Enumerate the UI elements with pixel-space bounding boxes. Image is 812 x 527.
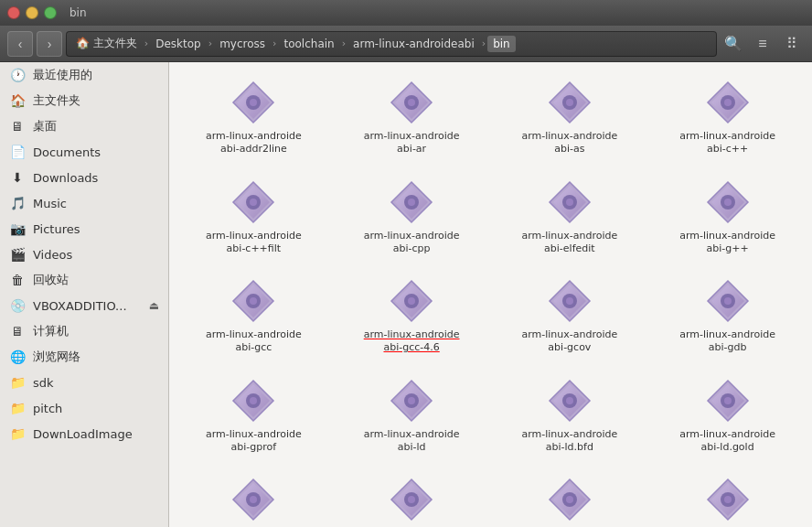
file-icon [546, 377, 593, 425]
file-icon [388, 79, 435, 126]
back-button[interactable]: ‹ [7, 31, 33, 57]
file-icon [230, 476, 277, 523]
sidebar-item-computer[interactable]: 🖥计算机 [0, 318, 168, 344]
svg-point-47 [724, 297, 732, 305]
file-name: arm-linux-androideabi-gcc-4.6 [361, 328, 462, 355]
sidebar-label-videos: Videos [33, 248, 72, 262]
sidebar-item-vbox[interactable]: 💿VBOXADDITIO...⏏ [0, 293, 168, 318]
svg-point-51 [250, 397, 257, 404]
file-name: arm-linux-androideabi-gcov [519, 328, 620, 355]
file-icon [704, 377, 752, 425]
sidebar-item-trash[interactable]: 🗑回收站 [0, 267, 168, 293]
breadcrumb-mycross[interactable]: mycross [214, 36, 271, 52]
file-item[interactable]: arm-linux-androideabi-gcov [495, 270, 646, 362]
svg-point-71 [408, 496, 415, 503]
svg-point-19 [250, 199, 257, 206]
svg-point-79 [724, 496, 732, 503]
minimize-button[interactable] [26, 6, 38, 19]
sidebar-item-music[interactable]: 🎵Music [0, 190, 168, 216]
sidebar-label-downloads: Downloads [33, 171, 98, 185]
sidebar-item-pitch[interactable]: 📁pitch [0, 395, 168, 421]
breadcrumb-toolchain[interactable]: toolchain [278, 36, 339, 52]
file-item[interactable]: arm-linux-androideabi-objcopy [495, 468, 646, 527]
music-icon: 🎵 [9, 195, 26, 211]
sidebar-item-downloadimage[interactable]: 📁DownLoadImage [0, 421, 168, 446]
file-item[interactable]: arm-linux-androideabi-c++filt [178, 171, 329, 264]
file-name: arm-linux-androideabi-ld [361, 428, 462, 455]
sidebar-label-documents: Documents [33, 145, 101, 159]
sidebar-label-downloadimage: DownLoadImage [33, 427, 133, 441]
file-name: arm-linux-androideabi-elfedit [519, 230, 620, 256]
file-name: arm-linux-androideabi-ar [361, 130, 462, 156]
file-item[interactable]: arm-linux-androideabi-elfedit [495, 171, 646, 264]
list-view-button[interactable]: ≡ [750, 31, 775, 57]
file-item[interactable]: arm-linux-androideabi-ld.mcld [178, 468, 329, 527]
svg-point-43 [566, 297, 573, 305]
file-item[interactable]: arm-linux-androideabi-nm [337, 468, 487, 527]
desktop-icon: 🖥 [9, 118, 26, 134]
file-icon [546, 79, 593, 126]
sidebar-item-recent[interactable]: 🕐最近使用的 [0, 62, 168, 88]
file-item[interactable]: arm-linux-androideabi-g++ [652, 171, 803, 264]
sidebar-label-pictures: Pictures [33, 222, 80, 236]
sidebar-label-computer: 计算机 [33, 323, 69, 339]
file-item[interactable]: arm-linux-androideabi-c++ [652, 71, 803, 164]
file-item[interactable]: arm-linux-androideabi-ld.gold [652, 370, 803, 462]
maximize-button[interactable] [44, 6, 57, 19]
file-item[interactable]: arm-linux-androideabi-cpp [337, 171, 487, 264]
sidebar-item-desktop[interactable]: 🖥桌面 [0, 113, 168, 139]
svg-point-67 [250, 496, 257, 503]
file-icon [230, 277, 277, 325]
svg-point-11 [566, 99, 573, 106]
grid-view-button[interactable]: ⠿ [779, 31, 805, 57]
sidebar-item-home[interactable]: 🏠主文件夹 [0, 88, 168, 113]
breadcrumb-desktop[interactable]: Desktop [150, 36, 207, 52]
file-icon [230, 178, 277, 226]
file-grid: arm-linux-androideabi-addr2linearm-linux… [178, 71, 803, 527]
svg-point-27 [566, 199, 573, 206]
file-icon [388, 476, 435, 523]
sidebar-label-recent: 最近使用的 [33, 67, 92, 83]
file-item[interactable]: arm-linux-androideabi-gdb [652, 270, 803, 362]
sidebar-item-sdk[interactable]: 📁sdk [0, 370, 168, 395]
sidebar-item-downloads[interactable]: ⬇Downloads [0, 165, 168, 190]
file-item[interactable]: arm-linux-androideabi-gprof [178, 370, 329, 462]
svg-point-59 [566, 397, 573, 404]
file-item[interactable]: arm-linux-androideabi-ld [337, 370, 487, 462]
downloadimage-icon: 📁 [9, 425, 26, 442]
svg-point-75 [566, 496, 573, 503]
file-item[interactable]: arm-linux-androideabi-ar [337, 71, 487, 164]
file-item[interactable]: arm-linux-androideabi-ld.bfd [495, 370, 646, 462]
pictures-icon: 📷 [9, 220, 26, 237]
sidebar-item-network[interactable]: 🌐浏览网络 [0, 344, 168, 370]
vbox-icon: 💿 [9, 297, 26, 314]
file-item[interactable]: arm-linux-androideabi-objdump [652, 468, 803, 527]
home-icon: 🏠 [9, 92, 26, 109]
breadcrumb-home[interactable]: 🏠 主文件夹 [70, 34, 143, 53]
file-item[interactable]: arm-linux-androideabi-gcc-4.6 [337, 270, 487, 362]
breadcrumb-arm[interactable]: arm-linux-androideabi [347, 36, 480, 52]
file-item[interactable]: arm-linux-androideabi-as [495, 71, 646, 164]
file-item[interactable]: arm-linux-androideabi-addr2line [178, 71, 329, 164]
sidebar-item-documents[interactable]: 📄Documents [0, 139, 168, 165]
file-item[interactable]: arm-linux-androideabi-gcc [178, 270, 329, 362]
file-area[interactable]: arm-linux-androideabi-addr2linearm-linux… [169, 62, 812, 527]
computer-icon: 🖥 [9, 323, 26, 339]
file-icon [546, 178, 593, 226]
breadcrumb: 🏠 主文件夹 › Desktop › mycross › toolchain ›… [66, 31, 717, 57]
close-button[interactable] [7, 6, 20, 19]
breadcrumb-bin[interactable]: bin [487, 36, 516, 52]
eject-icon-vbox[interactable]: ⏏ [149, 299, 159, 312]
file-name: arm-linux-androideabi-addr2line [203, 130, 304, 156]
sidebar-label-trash: 回收站 [33, 272, 69, 288]
file-icon [704, 79, 752, 126]
forward-button[interactable]: › [37, 31, 62, 57]
search-button[interactable]: 🔍 [721, 31, 746, 57]
sidebar-item-pictures[interactable]: 📷Pictures [0, 216, 168, 242]
main-layout: 🕐最近使用的🏠主文件夹🖥桌面📄Documents⬇Downloads🎵Music… [0, 62, 812, 527]
file-icon [230, 377, 277, 425]
sidebar-item-videos[interactable]: 🎬Videos [0, 242, 168, 267]
file-icon [704, 476, 752, 523]
file-name: arm-linux-androideabi-gcc [203, 328, 304, 355]
videos-icon: 🎬 [9, 246, 26, 263]
